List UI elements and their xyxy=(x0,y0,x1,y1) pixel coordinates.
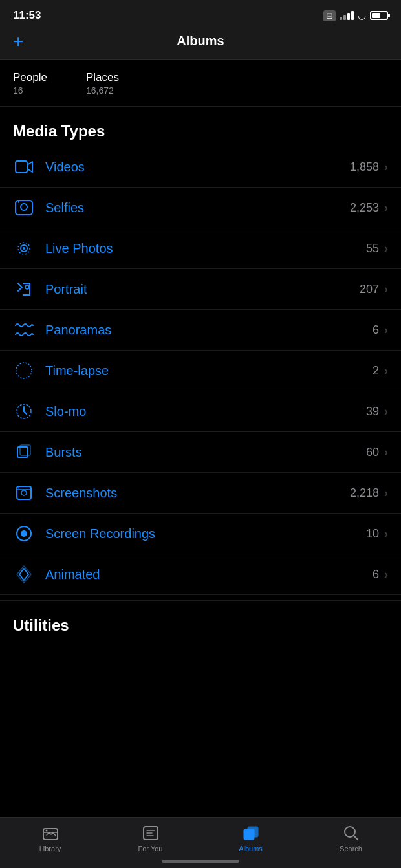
live-photos-icon xyxy=(13,237,35,259)
bursts-icon xyxy=(13,441,35,463)
videos-icon xyxy=(13,156,35,178)
list-item-animated[interactable]: Animated 6 › xyxy=(0,554,401,595)
home-indicator xyxy=(162,860,239,863)
selfies-icon xyxy=(13,197,35,219)
search-tab-icon xyxy=(342,824,360,842)
places-item[interactable]: Places 16,672 xyxy=(86,71,119,96)
panoramas-count: 6 xyxy=(373,323,379,337)
utilities-title: Utilities xyxy=(13,616,388,635)
animated-chevron: › xyxy=(384,568,388,581)
albums-tab-icon xyxy=(242,824,260,842)
status-icons: ⊟ ◡ xyxy=(323,10,388,21)
list-item-portrait[interactable]: Portrait 207 › xyxy=(0,269,401,310)
bursts-label: Bursts xyxy=(45,445,366,460)
portrait-chevron: › xyxy=(384,283,388,296)
panoramas-icon xyxy=(13,319,35,341)
live-photos-label: Live Photos xyxy=(45,241,366,256)
svg-rect-0 xyxy=(16,161,27,173)
svg-point-12 xyxy=(21,490,27,495)
time-lapse-label: Time-lapse xyxy=(45,363,373,378)
portrait-count: 207 xyxy=(360,283,379,296)
screenshots-icon xyxy=(13,482,35,504)
screen-recordings-chevron: › xyxy=(384,527,388,541)
slo-mo-chevron: › xyxy=(384,405,388,418)
selfies-chevron: › xyxy=(384,201,388,215)
svg-point-5 xyxy=(23,247,25,250)
screen-recordings-label: Screen Recordings xyxy=(45,526,366,541)
svg-rect-20 xyxy=(248,827,258,837)
screen-recordings-count: 10 xyxy=(366,527,379,541)
library-tab-icon xyxy=(41,824,60,842)
svg-point-15 xyxy=(21,530,27,537)
library-tab-label: Library xyxy=(39,845,61,852)
screenshots-count: 2,218 xyxy=(350,486,379,500)
bursts-chevron: › xyxy=(384,446,388,459)
live-photos-chevron: › xyxy=(384,242,388,255)
selfies-label: Selfies xyxy=(45,201,350,215)
screenshots-chevron: › xyxy=(384,486,388,500)
media-types-header: Media Types xyxy=(0,107,401,147)
videos-chevron: › xyxy=(384,160,388,174)
svg-point-2 xyxy=(21,204,27,210)
content: People 16 Places 16,672 Media Types Vide… xyxy=(0,60,401,719)
people-count: 16 xyxy=(13,85,47,96)
videos-count: 1,858 xyxy=(350,160,379,174)
utilities-section: Utilities xyxy=(0,600,401,641)
slo-mo-count: 39 xyxy=(366,405,379,418)
places-count: 16,672 xyxy=(86,85,119,96)
screenshots-label: Screenshots xyxy=(45,486,350,501)
screen-recordings-icon xyxy=(13,523,35,545)
tab-library[interactable]: Library xyxy=(0,824,100,852)
list-item-selfies[interactable]: Selfies 2,253 › xyxy=(0,188,401,228)
notification-icon: ⊟ xyxy=(323,10,336,21)
places-label: Places xyxy=(86,71,119,84)
search-tab-label: Search xyxy=(340,845,362,852)
list-item-screen-recordings[interactable]: Screen Recordings 10 › xyxy=(0,514,401,554)
battery-icon xyxy=(370,11,388,20)
time-lapse-icon xyxy=(13,360,35,382)
for-you-tab-label: For You xyxy=(138,845,163,852)
svg-point-13 xyxy=(18,488,19,489)
list-item-time-lapse[interactable]: Time-lapse 2 › xyxy=(0,351,401,391)
tab-search[interactable]: Search xyxy=(301,824,401,852)
svg-point-7 xyxy=(16,363,32,378)
svg-rect-1 xyxy=(16,201,32,215)
portrait-icon xyxy=(13,278,35,300)
header: + Albums xyxy=(0,27,401,60)
status-time: 11:53 xyxy=(13,9,41,22)
people-places-section: People 16 Places 16,672 xyxy=(0,60,401,107)
portrait-label: Portrait xyxy=(45,282,360,297)
add-button[interactable]: + xyxy=(13,32,23,50)
list-item-slo-mo[interactable]: Slo-mo 39 › xyxy=(0,391,401,432)
tab-for-you[interactable]: For You xyxy=(100,824,200,852)
status-bar: 11:53 ⊟ ◡ xyxy=(0,0,401,27)
time-lapse-count: 2 xyxy=(373,364,379,378)
list-item-bursts[interactable]: Bursts 60 › xyxy=(0,432,401,473)
media-types-title: Media Types xyxy=(13,122,388,140)
albums-tab-label: Albums xyxy=(239,845,263,852)
slo-mo-icon xyxy=(13,400,35,422)
selfies-count: 2,253 xyxy=(350,201,379,215)
people-label: People xyxy=(13,71,47,84)
slo-mo-label: Slo-mo xyxy=(45,404,366,419)
svg-point-6 xyxy=(25,285,29,289)
for-you-tab-icon xyxy=(142,824,160,842)
wifi-icon: ◡ xyxy=(358,10,366,21)
animated-count: 6 xyxy=(373,568,379,581)
list-item-live-photos[interactable]: Live Photos 55 › xyxy=(0,228,401,269)
bursts-count: 60 xyxy=(366,446,379,459)
panoramas-chevron: › xyxy=(384,323,388,337)
time-lapse-chevron: › xyxy=(384,364,388,378)
list-item-panoramas[interactable]: Panoramas 6 › xyxy=(0,310,401,351)
list-item-screenshots[interactable]: Screenshots 2,218 › xyxy=(0,473,401,514)
panoramas-label: Panoramas xyxy=(45,323,373,338)
live-photos-count: 55 xyxy=(366,242,379,255)
animated-label: Animated xyxy=(45,567,373,582)
animated-icon xyxy=(13,563,35,585)
page-title: Albums xyxy=(177,34,224,49)
tab-albums[interactable]: Albums xyxy=(200,824,301,852)
videos-label: Videos xyxy=(45,160,350,175)
people-item[interactable]: People 16 xyxy=(13,71,47,96)
list-item-videos[interactable]: Videos 1,858 › xyxy=(0,147,401,188)
svg-point-17 xyxy=(45,830,47,832)
